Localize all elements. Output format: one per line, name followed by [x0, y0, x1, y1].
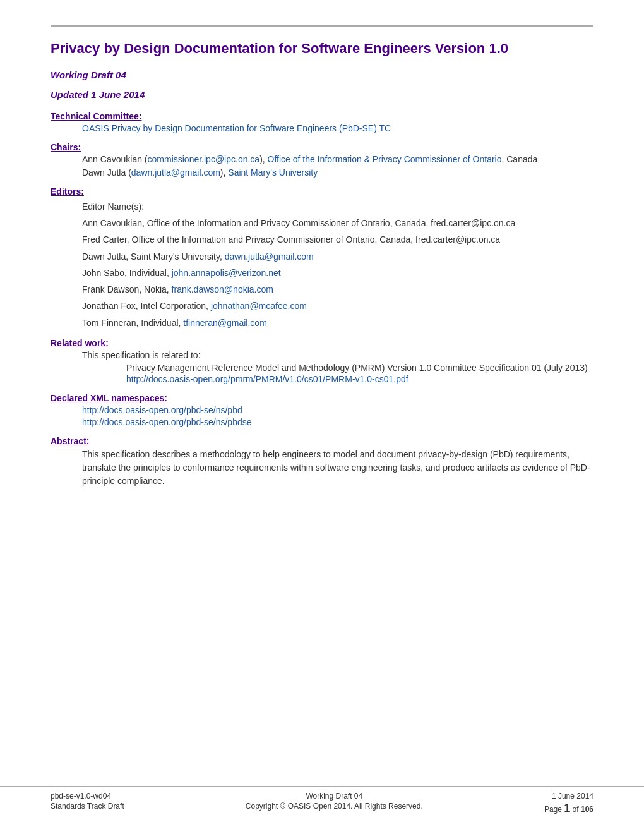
editor0-text: Ann Cavoukian, Office of the Information…	[82, 218, 515, 228]
editor2-name: Dawn Jutla, Saint Mary's University,	[82, 251, 222, 262]
declared-xml-link1[interactable]: http://docs.oasis-open.org/pbd-se/ns/pbd	[82, 405, 242, 415]
related-work-block-text: Privacy Management Reference Model and M…	[126, 363, 593, 373]
chair1-sep: ),	[259, 154, 267, 164]
footer-page-number: 1	[564, 802, 570, 814]
editor-entry-6: Tom Finneran, Individual, tfinneran@gmai…	[82, 317, 593, 329]
abstract-content: This specification describes a methodolo…	[51, 448, 593, 488]
chairs-content: Ann Cavoukian (commissioner.ipc@ipc.on.c…	[51, 154, 593, 178]
footer-right: 1 June 2014 Page 1 of 106	[544, 792, 593, 815]
declared-xml-label: Declared XML namespaces:	[51, 393, 167, 403]
chair2-entry: Dawn Jutla (dawn.jutla@gmail.com), Saint…	[82, 167, 593, 178]
footer-page-prefix: Page	[544, 805, 564, 814]
footer-right-page: Page 1 of 106	[544, 802, 593, 815]
abstract-label: Abstract:	[51, 436, 89, 446]
chair1-entry: Ann Cavoukian (commissioner.ipc@ipc.on.c…	[82, 154, 593, 164]
editors-label: Editors:	[51, 186, 84, 196]
footer-right-date: 1 June 2014	[544, 792, 593, 801]
declared-xml-content: http://docs.oasis-open.org/pbd-se/ns/pbd…	[51, 405, 593, 427]
footer-center-line2: Copyright © OASIS Open 2014. All Rights …	[246, 802, 423, 811]
footer-left-line1: pbd-se-v1.0-wd04	[51, 792, 124, 801]
working-draft-label: Working Draft 04	[51, 70, 593, 80]
declared-xml-link2[interactable]: http://docs.oasis-open.org/pbd-se/ns/pbd…	[82, 417, 252, 427]
related-work-section: Related work: This specification is rela…	[51, 338, 593, 384]
editor-entry-1: Fred Carter, Office of the Information a…	[82, 233, 593, 246]
tc-label: Technical Committee:	[51, 111, 141, 121]
chair1-email-link[interactable]: commissioner.ipc@ipc.on.ca	[148, 154, 260, 164]
editor3-name: John Sabo, Individual,	[82, 268, 169, 278]
declared-xml-section: Declared XML namespaces: http://docs.oas…	[51, 393, 593, 427]
footer-page-total: 106	[581, 805, 593, 814]
related-work-label: Related work:	[51, 338, 109, 348]
declared-xml-link2-wrapper: http://docs.oasis-open.org/pbd-se/ns/pbd…	[82, 417, 593, 427]
editor5-email-link[interactable]: johnathan@mcafee.com	[211, 301, 307, 311]
editor-entry-0: Ann Cavoukian, Office of the Information…	[82, 217, 593, 229]
editor6-name: Tom Finneran, Individual,	[82, 318, 181, 328]
chair1-org-link[interactable]: Office of the Information & Privacy Comm…	[268, 154, 502, 164]
footer-left-line2: Standards Track Draft	[51, 802, 124, 811]
related-work-content: This specification is related to: Privac…	[51, 350, 593, 384]
chair1-name: Ann Cavoukian (	[82, 154, 148, 164]
editors-content: Editor Name(s): Ann Cavoukian, Office of…	[51, 200, 593, 329]
updated-date-label: Updated 1 June 2014	[51, 89, 593, 100]
document-title: Privacy by Design Documentation for Soft…	[51, 39, 593, 58]
tc-link[interactable]: OASIS Privacy by Design Documentation fo…	[82, 123, 391, 133]
page-footer: pbd-se-v1.0-wd04 Standards Track Draft W…	[0, 786, 644, 815]
editor2-email-link[interactable]: dawn.jutla@gmail.com	[225, 251, 314, 262]
related-work-link[interactable]: http://docs.oasis-open.org/pmrm/PMRM/v1.…	[126, 374, 408, 384]
editors-intro: Editor Name(s):	[82, 200, 593, 213]
editor4-email-link[interactable]: frank.dawson@nokia.com	[172, 284, 273, 294]
editor1-text: Fred Carter, Office of the Information a…	[82, 234, 500, 245]
page-container: Privacy by Design Documentation for Soft…	[0, 0, 644, 834]
editors-section: Editors: Editor Name(s): Ann Cavoukian, …	[51, 186, 593, 329]
related-work-intro: This specification is related to:	[82, 350, 593, 360]
abstract-section: Abstract: This specification describes a…	[51, 436, 593, 488]
chair2-sep: ),	[220, 167, 228, 178]
editor-entry-4: Frank Dawson, Nokia, frank.dawson@nokia.…	[82, 283, 593, 296]
footer-center-line1: Working Draft 04	[246, 792, 423, 801]
related-work-block: Privacy Management Reference Model and M…	[82, 363, 593, 384]
technical-committee-section: Technical Committee: OASIS Privacy by De…	[51, 111, 593, 133]
declared-xml-link1-wrapper: http://docs.oasis-open.org/pbd-se/ns/pbd	[82, 405, 593, 415]
footer-page-of: of	[570, 805, 581, 814]
editor-entry-5: Jonathan Fox, Intel Corporation, johnath…	[82, 299, 593, 312]
chair2-email-link[interactable]: dawn.jutla@gmail.com	[131, 167, 220, 178]
top-rule	[51, 25, 593, 27]
chair1-country: , Canada	[501, 154, 537, 164]
editor-entry-2: Dawn Jutla, Saint Mary's University, daw…	[82, 250, 593, 263]
chairs-label: Chairs:	[51, 142, 81, 152]
editor3-email-link[interactable]: john.annapolis@verizon.net	[172, 268, 281, 278]
footer-left: pbd-se-v1.0-wd04 Standards Track Draft	[51, 792, 124, 815]
chairs-section: Chairs: Ann Cavoukian (commissioner.ipc@…	[51, 142, 593, 178]
footer-center: Working Draft 04 Copyright © OASIS Open …	[246, 792, 423, 815]
chair2-name: Dawn Jutla (	[82, 167, 131, 178]
chair2-org-link[interactable]: Saint Mary's University	[228, 167, 318, 178]
editor4-name: Frank Dawson, Nokia,	[82, 284, 169, 294]
editor-entry-3: John Sabo, Individual, john.annapolis@ve…	[82, 267, 593, 279]
editor6-email-link[interactable]: tfinneran@gmail.com	[183, 318, 267, 328]
tc-content: OASIS Privacy by Design Documentation fo…	[51, 123, 593, 133]
editor5-name: Jonathan Fox, Intel Corporation,	[82, 301, 208, 311]
abstract-text: This specification describes a methodolo…	[82, 448, 593, 488]
related-work-link-wrapper: http://docs.oasis-open.org/pmrm/PMRM/v1.…	[126, 374, 593, 384]
